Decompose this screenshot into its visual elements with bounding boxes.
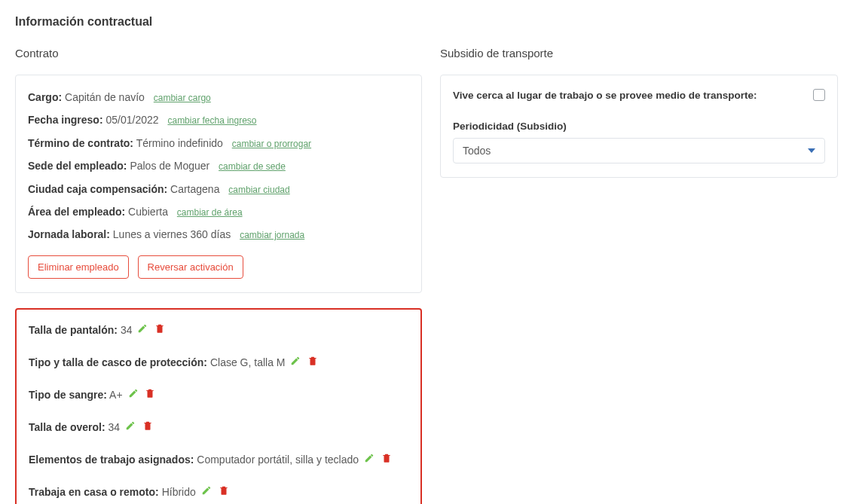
pencil-edit-icon[interactable] <box>128 388 140 400</box>
trash-delete-icon[interactable] <box>145 388 157 400</box>
trash-delete-icon[interactable] <box>142 420 154 432</box>
pencil-edit-icon[interactable] <box>364 453 376 465</box>
contract-row: Jornada laboral: Lunes a viernes 360 día… <box>28 226 409 243</box>
change-link[interactable]: cambiar ciudad <box>228 185 289 195</box>
contract-row-value: Capitán de navío <box>65 91 145 103</box>
change-link[interactable]: cambiar o prorrogar <box>232 139 311 149</box>
pencil-edit-icon[interactable] <box>201 485 213 497</box>
custom-field-value: A+ <box>109 389 123 401</box>
custom-field-label: Talla de pantalón: <box>29 324 118 336</box>
contract-row-label: Área del empleado: <box>28 206 125 218</box>
change-link[interactable]: cambiar jornada <box>240 230 304 240</box>
pencil-edit-icon[interactable] <box>290 356 302 368</box>
near-work-label: Vive cerca al lugar de trabajo o se prov… <box>453 90 757 101</box>
contract-row-value: 05/01/2022 <box>105 114 158 126</box>
custom-field-value: 34 <box>121 324 133 336</box>
custom-field-label: Elementos de trabajo asignados: <box>29 454 194 466</box>
trash-delete-icon[interactable] <box>381 453 393 465</box>
custom-field-value: Computador portátil, silla y teclado <box>197 454 359 466</box>
subsidy-section-title: Subsidio de transporte <box>440 47 838 60</box>
reverse-activation-button[interactable]: Reversar activación <box>138 255 243 279</box>
custom-field-row: Talla de overol: 34 <box>29 420 408 433</box>
periodicity-select[interactable]: Todos <box>453 138 825 163</box>
contract-row-label: Jornada laboral: <box>28 228 110 240</box>
page-title: Información contractual <box>15 15 838 29</box>
custom-field-row: Tipo y talla de casco de protección: Cla… <box>29 356 408 368</box>
contract-card: Cargo: Capitán de navío cambiar cargo Fe… <box>15 75 422 293</box>
contract-row-label: Cargo: <box>28 91 62 103</box>
chevron-down-icon <box>808 148 815 153</box>
pencil-edit-icon[interactable] <box>137 323 149 335</box>
contract-row-value: Término indefinido <box>136 137 223 149</box>
contract-row-label: Sede del empleado: <box>28 160 127 172</box>
contract-row-value: Lunes a viernes 360 días <box>113 228 231 240</box>
contract-row: Término de contrato: Término indefinido … <box>28 135 409 151</box>
contract-row: Sede del empleado: Palos de Moguer cambi… <box>28 157 409 174</box>
trash-delete-icon[interactable] <box>154 323 167 335</box>
delete-employee-button[interactable]: Eliminar empleado <box>28 255 129 279</box>
change-link[interactable]: cambiar cargo <box>154 93 211 103</box>
subsidy-card: Vive cerca al lugar de trabajo o se prov… <box>440 75 838 178</box>
contract-row-label: Ciudad caja compensación: <box>28 183 167 195</box>
contract-row: Ciudad caja compensación: Cartagena camb… <box>28 181 409 197</box>
contract-row-value: Cartagena <box>170 183 219 195</box>
custom-field-label: Talla de overol: <box>29 421 105 433</box>
custom-field-row: Elementos de trabajo asignados: Computad… <box>29 453 408 466</box>
periodicity-label: Periodicidad (Subsidio) <box>453 121 825 132</box>
custom-fields-card: Talla de pantalón: 34 Tipo y talla de ca… <box>15 308 422 504</box>
change-link[interactable]: cambiar de área <box>177 207 243 218</box>
custom-field-row: Trabaja en casa o remoto: Híbrido <box>29 485 408 498</box>
pencil-edit-icon[interactable] <box>125 420 137 432</box>
custom-field-row: Tipo de sangre: A+ <box>29 388 408 401</box>
custom-field-value: Híbrido <box>162 486 196 498</box>
custom-field-value: 34 <box>109 421 121 433</box>
trash-delete-icon[interactable] <box>307 356 319 368</box>
contract-row: Fecha ingreso: 05/01/2022 cambiar fecha … <box>28 111 409 128</box>
contract-row-value: Cubierta <box>128 206 168 218</box>
contract-row-value: Palos de Moguer <box>130 160 209 172</box>
contract-row-label: Término de contrato: <box>28 137 133 149</box>
custom-field-row: Talla de pantalón: 34 <box>29 323 408 336</box>
custom-field-label: Tipo y talla de casco de protección: <box>29 356 207 368</box>
contract-section-title: Contrato <box>15 47 422 60</box>
contract-row: Área del empleado: Cubierta cambiar de á… <box>28 203 409 220</box>
trash-delete-icon[interactable] <box>219 485 231 497</box>
change-link[interactable]: cambiar fecha ingreso <box>167 115 256 126</box>
custom-field-label: Tipo de sangre: <box>29 389 107 401</box>
contract-row-label: Fecha ingreso: <box>28 114 103 126</box>
custom-field-value: Clase G, talla M <box>210 356 286 368</box>
periodicity-select-value: Todos <box>463 145 491 157</box>
contract-row: Cargo: Capitán de navío cambiar cargo <box>28 89 409 105</box>
change-link[interactable]: cambiar de sede <box>219 161 286 172</box>
custom-field-label: Trabaja en casa o remoto: <box>29 486 159 498</box>
near-work-checkbox[interactable] <box>813 89 825 101</box>
